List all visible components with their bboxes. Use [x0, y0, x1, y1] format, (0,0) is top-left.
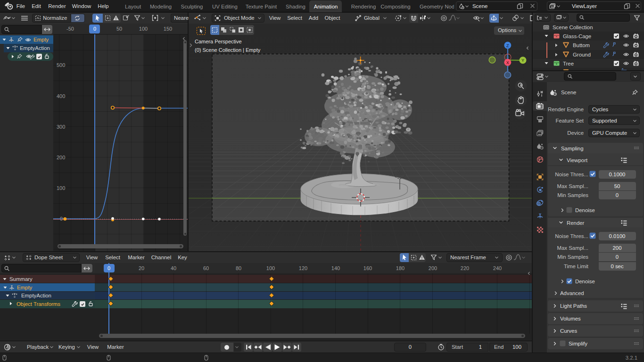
svg-text:X: X: [506, 60, 509, 65]
svg-text:Z: Z: [506, 43, 509, 48]
svg-text:Y: Y: [521, 58, 524, 63]
